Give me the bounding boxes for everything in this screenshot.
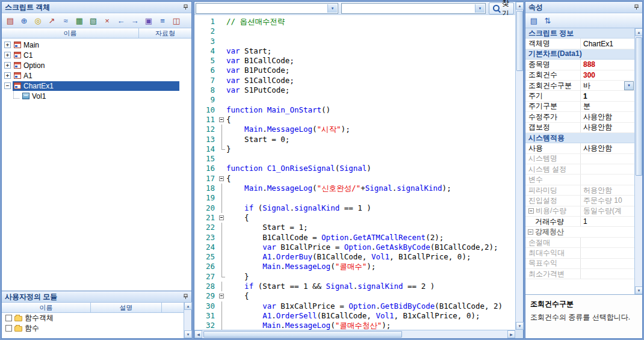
property-section[interactable]: 스크립트 정보 [525, 28, 634, 39]
scroll-left-button[interactable]: ◀ [194, 330, 202, 338]
property-label: 시스템 설정 [525, 164, 581, 174]
property-row[interactable]: 피라미딩허용안함 [525, 185, 634, 196]
tree-item-a1[interactable]: +A1 [2, 70, 191, 81]
dropdown-button[interactable]: ▼ [624, 81, 634, 90]
property-section[interactable]: 시스템적용 [525, 133, 634, 143]
chevron-down-icon[interactable]: ▼ [475, 4, 485, 13]
module-checkbox[interactable] [5, 315, 12, 321]
property-row[interactable]: 최소가격변 [525, 269, 634, 279]
modules-scrollbar[interactable]: ▲ ▼ [184, 302, 191, 338]
fold-toggle[interactable] [218, 115, 226, 125]
chevron-down-icon[interactable]: ▼ [327, 4, 337, 13]
property-row[interactable]: 진입설정주문수량 10 [525, 196, 634, 206]
code-text: Main.MessageLog("콜매수"); [226, 262, 515, 271]
excel-export-icon[interactable]: ▧ [87, 14, 100, 27]
expander-icon[interactable]: − [528, 229, 533, 235]
delete-object-icon[interactable]: × [101, 14, 114, 27]
list-view-icon: ≡ [160, 17, 165, 25]
scroll-up-button[interactable]: ▲ [516, 2, 524, 10]
property-row[interactable]: 주기구분분 [525, 102, 634, 112]
code-text: var B1xCallPrice = Option.GetBidByCode(B… [226, 301, 515, 311]
import-icon[interactable]: ← [114, 14, 128, 27]
column-name[interactable]: 이름 [2, 28, 139, 38]
property-row[interactable]: 거래수량1 [525, 217, 634, 227]
tree-expander[interactable]: + [4, 72, 11, 79]
list-view-icon[interactable]: ≡ [156, 14, 169, 27]
property-row[interactable]: −비용/수량동일수량(계 [525, 206, 634, 217]
tree-item-option[interactable]: +Option [2, 60, 191, 70]
editor-vertical-scrollbar[interactable]: ▲ ▼ [515, 2, 523, 330]
object-select-combo[interactable]: ▼ [196, 3, 338, 14]
property-row[interactable]: 사용사용안함 [525, 143, 634, 153]
scrollbar-thumb[interactable] [203, 331, 402, 338]
alphabetical-sort-icon[interactable]: ⇅ [541, 14, 554, 27]
line-number: 23 [194, 233, 218, 243]
fold-toggle[interactable] [218, 174, 226, 184]
line-number: 6 [194, 66, 218, 75]
import-icon: ← [117, 17, 125, 25]
property-row[interactable]: 조회건수300 [525, 70, 634, 81]
tree-expander[interactable]: + [4, 62, 11, 69]
fold-toggle[interactable] [218, 213, 226, 223]
property-row[interactable]: 객체명ChartEx1 [525, 39, 634, 49]
property-row[interactable]: 시스템명 [525, 154, 634, 164]
property-row[interactable]: 시스템 설정 [525, 164, 634, 175]
split-view-icon[interactable]: ◫ [170, 14, 183, 27]
properties-scrollbar[interactable]: ▲ ▼ [634, 28, 642, 294]
export-icon[interactable]: → [128, 14, 141, 27]
property-row[interactable]: 수정주가사용안함 [525, 112, 634, 122]
find-button[interactable]: 찾기 [489, 2, 514, 14]
copy-object-icon[interactable]: ▣ [142, 14, 155, 27]
property-row[interactable]: 조회건수구분바▼ [525, 81, 634, 91]
property-row[interactable]: 손절매 [525, 238, 634, 248]
expander-icon[interactable]: − [528, 208, 534, 214]
categorized-view-icon[interactable]: ▤ [527, 14, 540, 27]
tree-item-vol1[interactable]: Vol1 [2, 91, 191, 101]
search-object-icon[interactable]: ⊕ [17, 14, 31, 27]
column-description[interactable]: 설명 [91, 303, 162, 312]
tree-expander[interactable]: + [4, 42, 11, 48]
fold-margin [218, 144, 226, 154]
tree-item-chartex1[interactable]: −ChartEx1 [2, 81, 191, 91]
module-checkbox[interactable] [5, 325, 12, 332]
column-datatype[interactable]: 자료형 [139, 28, 191, 38]
property-row[interactable]: 변수 [525, 175, 634, 185]
code-text: { [226, 213, 515, 223]
tree-expander[interactable]: − [4, 82, 11, 89]
pin-icon[interactable] [634, 4, 639, 10]
signal-icon[interactable]: ↗ [45, 14, 58, 27]
scrollbar-thumb[interactable] [636, 37, 642, 176]
scroll-down-button[interactable]: ▼ [184, 330, 192, 338]
fold-toggle[interactable] [218, 291, 226, 301]
scroll-down-button[interactable]: ▼ [516, 322, 524, 330]
module-item[interactable]: 함수 [2, 323, 191, 333]
property-row[interactable]: 갭보정사용안함 [525, 123, 634, 133]
property-group[interactable]: −강제청산 [525, 227, 634, 237]
fold-margin [218, 203, 226, 213]
watch-icon[interactable]: ◎ [31, 14, 45, 27]
fold-margin [218, 243, 226, 252]
module-item[interactable]: 함수객체 [2, 313, 191, 323]
tree-expander[interactable]: + [4, 52, 11, 58]
scroll-right-button[interactable]: ▶ [507, 330, 515, 338]
scroll-up-button[interactable]: ▲ [635, 28, 642, 36]
pin-icon[interactable] [183, 4, 188, 10]
pin-icon[interactable] [183, 294, 188, 300]
property-row[interactable]: 종목명888 [525, 60, 634, 70]
tree-item-c1[interactable]: +C1 [2, 50, 191, 60]
property-row[interactable]: 목표수익 [525, 259, 634, 269]
editor-horizontal-scrollbar[interactable]: ◀ ▶ [194, 330, 515, 338]
object-list-icon[interactable]: ▤ [4, 14, 17, 27]
tree-item-main[interactable]: +Main [2, 40, 191, 50]
indicator-icon[interactable]: ≈ [59, 14, 72, 27]
scroll-up-button[interactable]: ▲ [184, 302, 192, 310]
property-row[interactable]: 주기1 [525, 91, 634, 101]
event-select-combo[interactable]: ▼ [341, 3, 486, 14]
grid-view-icon[interactable]: ▦ [73, 14, 86, 27]
scrollbar-thumb[interactable] [516, 11, 523, 71]
property-row[interactable]: 최대수익대 [525, 248, 634, 258]
code-editor[interactable]: 1// 옵션매수전략234var Start;5var B1CallCode;6… [194, 15, 515, 330]
column-name[interactable]: 이름 [2, 303, 91, 312]
property-section[interactable]: 기본차트(Data1) [525, 49, 634, 60]
scroll-down-button[interactable]: ▼ [635, 286, 642, 294]
